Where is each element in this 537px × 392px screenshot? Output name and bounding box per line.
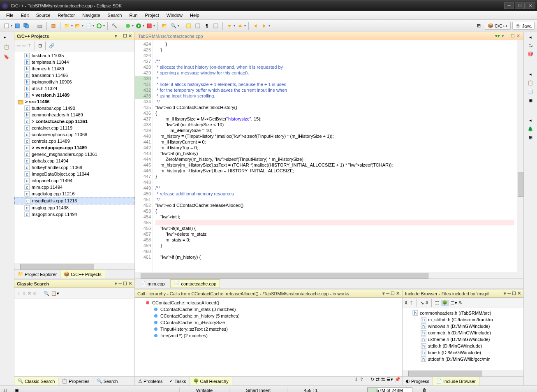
tree-item[interactable]: cmsgdlgutils.cpp 11216 <box>14 197 134 204</box>
toggle-mark-button[interactable] <box>185 22 193 30</box>
tab-project-explorer[interactable]: 📁Project Explorer <box>14 270 60 278</box>
task-list-icon[interactable]: 📋 <box>528 80 533 86</box>
new-target-button[interactable] <box>95 22 103 30</box>
minimize-button[interactable]: ─ <box>504 2 514 9</box>
tab-problems[interactable]: ⚠Problems <box>135 377 166 385</box>
minimize-view-icon[interactable]: ─ <box>507 291 511 296</box>
tree-item[interactable]: cmim.cpp 11494 <box>14 184 134 190</box>
close-view-icon[interactable]: ✕ <box>128 33 132 39</box>
hammer-build-button[interactable]: 🔨 <box>110 22 118 30</box>
close-view-icon[interactable]: ✕ <box>396 291 400 296</box>
toggle-ws-button[interactable]: ¶ <box>203 22 211 30</box>
classic-search-tab[interactable]: Classic Search ▾ ─ ☐ ✕ <box>14 280 134 288</box>
new-class-button[interactable]: 📁 <box>63 22 71 30</box>
tree-item[interactable]: h> version.h 11489 <box>14 92 134 98</box>
toggle-wrap-button[interactable] <box>212 22 220 30</box>
menu-edit[interactable]: Edit <box>17 12 32 19</box>
make-targets-icon[interactable]: 🎯 <box>528 51 533 57</box>
sb-icon2[interactable]: ▣ <box>15 387 19 392</box>
code-area[interactable]: } }/** * allocate the input history (on-… <box>153 40 517 272</box>
restore-icon-2[interactable]: ◂ <box>529 72 532 77</box>
view-menu-icon[interactable]: ▾ <box>115 33 117 39</box>
remove-icon[interactable]: ✖ <box>28 291 31 296</box>
prev-annotation-button[interactable] <box>236 22 244 30</box>
templates-icon[interactable]: 📑 <box>528 89 533 94</box>
nav-forward-button[interactable] <box>260 22 268 30</box>
tree-item[interactable]: c> contactcache.cpp 11361 <box>14 118 134 125</box>
next-annotation-button[interactable] <box>225 22 234 30</box>
menu-help[interactable]: Help <box>186 12 203 19</box>
ib-includes-icon[interactable]: # <box>426 300 428 305</box>
external-tools-button[interactable] <box>145 22 153 30</box>
menu-source[interactable]: Source <box>32 12 54 19</box>
maximize-view-icon[interactable]: ☐ <box>512 291 516 296</box>
up-icon[interactable]: ⇧ <box>28 43 31 49</box>
ch-refresh-icon[interactable]: ↻ <box>370 377 374 385</box>
menu-refactor[interactable]: Refactor <box>54 12 79 19</box>
restore-icon[interactable]: ◂ <box>529 35 532 40</box>
minimize-view-icon[interactable]: ─ <box>386 291 389 296</box>
projects-view-tab[interactable]: C/C++ Projects ▾ ─ ☐ ✕ <box>14 32 134 40</box>
editor-file-tab-contactcache[interactable]: 📄contactcache.cpp <box>170 279 220 288</box>
forward-icon[interactable]: ⇨ <box>22 43 26 49</box>
ch-next-icon[interactable]: ⇩ <box>354 377 358 385</box>
ch-prev-icon[interactable]: ⇧ <box>360 377 363 385</box>
search-again-icon[interactable]: 🔍 <box>44 291 49 296</box>
include-browser-tree[interactable]: hcommonheaders.h (/TabSRMM/src)hm_stdhdr… <box>403 308 523 370</box>
open-type-button[interactable]: 📂 <box>160 22 169 30</box>
ch-history-icon[interactable]: ☰▾ <box>387 377 393 385</box>
open-perspective-button[interactable]: ⊞ <box>475 22 483 30</box>
projects-tree[interactable]: htaskbar.h 11035htemplates.h 11044htheme… <box>14 51 134 263</box>
include-item[interactable]: hcommctrl.h (D:/MinGW/include) <box>404 329 522 336</box>
ch-callers-icon[interactable]: ⇄ <box>376 377 380 385</box>
tree-item[interactable]: cglobals.cpp 11494 <box>14 158 134 164</box>
chevrons-icon[interactable]: ▾▾ <box>495 33 500 39</box>
close-view-icon[interactable]: ✕ <box>517 291 521 296</box>
view-menu-icon[interactable]: ▾ <box>504 291 506 296</box>
menu-file[interactable]: File <box>2 12 17 19</box>
tree-item[interactable]: cmsglog.cpp 11438 <box>14 204 134 211</box>
tree-item[interactable]: hutils.h 11324 <box>14 85 134 92</box>
tab-include-browser[interactable]: 📄Include Browser <box>433 377 479 385</box>
collapse-all-icon[interactable]: ⊟ <box>38 43 42 49</box>
tab-classic-search[interactable]: 🔍Classic Search <box>14 377 58 385</box>
tab-progress[interactable]: ◐Progress <box>403 377 433 385</box>
call-hierarchy-item[interactable]: CContactCache::releaseAlloced() <box>137 299 400 306</box>
restore-icon-3[interactable]: ◂ <box>529 118 532 123</box>
close-editor-icon[interactable]: ✕ <box>516 33 520 39</box>
ib-refresh-icon[interactable]: ↻ <box>459 300 463 306</box>
run-button[interactable] <box>134 22 143 30</box>
tree-item[interactable]: chotkeyhandler.cpp 11068 <box>14 164 134 171</box>
memory-indicator[interactable]: 57M of 248M <box>367 387 412 392</box>
call-hierarchy-item[interactable]: TInputHistory::szText (2 matches) <box>137 326 400 332</box>
include-browser-hscroll[interactable] <box>403 370 523 376</box>
remove-all-icon[interactable]: ⊗ <box>33 291 37 296</box>
include-browser-tab[interactable]: Include Browser - Files included by 'msg… <box>403 290 523 298</box>
menu-project[interactable]: Project <box>141 12 163 19</box>
minimize-view-icon[interactable]: ─ <box>118 281 122 286</box>
minimize-editor-icon[interactable]: ─ <box>506 33 509 39</box>
tab-search[interactable]: 🔍Search <box>93 377 122 385</box>
ib-includers-icon[interactable]: ↘ <box>420 300 424 306</box>
include-item[interactable]: htime.h (D:/MinGW/include) <box>404 349 522 356</box>
ib-flat-icon[interactable]: ☷ <box>435 300 439 306</box>
view-menu-icon[interactable]: ▾ <box>502 33 504 39</box>
line-gutter[interactable]: 4244254264274284294304314324334344354364… <box>135 40 153 272</box>
new-button[interactable] <box>2 22 11 30</box>
editor-tab[interactable]: TabSRMM/src/contactcache.cpp ▾▾ ▾ ─ ☐ ✕ <box>135 32 523 40</box>
maximize-editor-icon[interactable]: ☐ <box>511 33 515 39</box>
tree-item[interactable]: ccontrols.cpp 11489 <box>14 138 134 144</box>
tree-item[interactable]: htypingnotify.h 10906 <box>14 79 134 85</box>
view-menu-icon[interactable]: ▾ <box>382 291 385 296</box>
debug-button[interactable] <box>124 22 132 30</box>
tree-item[interactable]: cmsgoptions.cpp 11494 <box>14 211 134 218</box>
search-button[interactable]: 🔍 <box>169 22 178 30</box>
tree-item[interactable]: ccontaineroptions.cpp 11068 <box>14 131 134 138</box>
sb-icon1[interactable]: ◫ <box>2 387 7 392</box>
type-hierarchy-icon[interactable]: 🌲 <box>528 126 533 132</box>
tree-item[interactable]: cgeneric_msghandlers.cpp 11361 <box>14 151 134 158</box>
menu-search[interactable]: Search <box>104 12 126 19</box>
tree-item[interactable]: htaskbar.h 11035 <box>14 52 134 59</box>
call-hierarchy-item[interactable]: CContactCache::m_history (5 matches) <box>137 313 400 319</box>
ib-prev-icon[interactable]: ⇧ <box>410 300 413 306</box>
